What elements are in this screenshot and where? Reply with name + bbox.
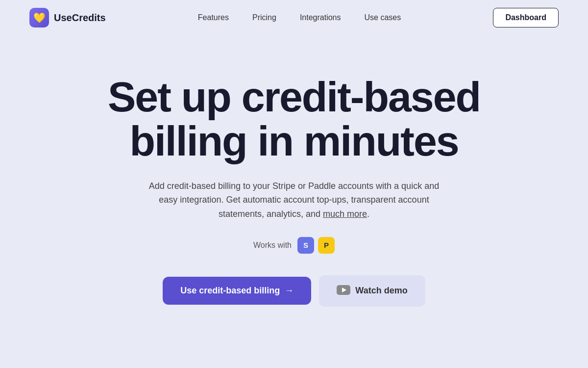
nav-link-use-cases[interactable]: Use cases <box>364 13 401 22</box>
works-with: Works with S P <box>253 237 335 254</box>
watch-demo-button[interactable]: Watch demo <box>319 275 425 307</box>
logo-icon: 💛 <box>29 8 49 27</box>
subtitle-text-1: Add credit-based billing to your Stripe … <box>149 181 439 219</box>
primary-cta-button[interactable]: Use credit-based billing → <box>163 277 311 305</box>
primary-cta-label: Use credit-based billing <box>180 286 280 296</box>
logo-emoji: 💛 <box>33 12 46 24</box>
hero-section: Set up credit-based billing in minutes A… <box>0 35 588 336</box>
subtitle-link[interactable]: much more <box>323 209 367 219</box>
logo-link[interactable]: 💛 UseCredits <box>29 8 106 27</box>
subtitle-text-2: . <box>367 209 369 219</box>
watch-demo-label: Watch demo <box>355 286 407 296</box>
dashboard-button[interactable]: Dashboard <box>493 8 559 27</box>
brand-name: UseCredits <box>54 12 106 24</box>
hero-buttons: Use credit-based billing → Watch demo <box>163 275 425 307</box>
nav-link-pricing[interactable]: Pricing <box>252 13 276 22</box>
nav-links: Features Pricing Integrations Use cases <box>198 13 401 22</box>
stripe-icon: S <box>297 237 314 254</box>
arrow-icon: → <box>285 286 294 296</box>
works-with-label: Works with <box>253 241 292 250</box>
hero-title: Set up credit-based billing in minutes <box>83 75 505 163</box>
nav-link-features[interactable]: Features <box>198 13 229 22</box>
nav-link-integrations[interactable]: Integrations <box>300 13 341 22</box>
payment-icons: S P <box>297 237 335 254</box>
hero-subtitle: Add credit-based billing to your Stripe … <box>147 179 441 221</box>
paddle-icon: P <box>318 237 335 254</box>
navbar: 💛 UseCredits Features Pricing Integratio… <box>0 0 588 35</box>
youtube-icon <box>337 284 350 298</box>
